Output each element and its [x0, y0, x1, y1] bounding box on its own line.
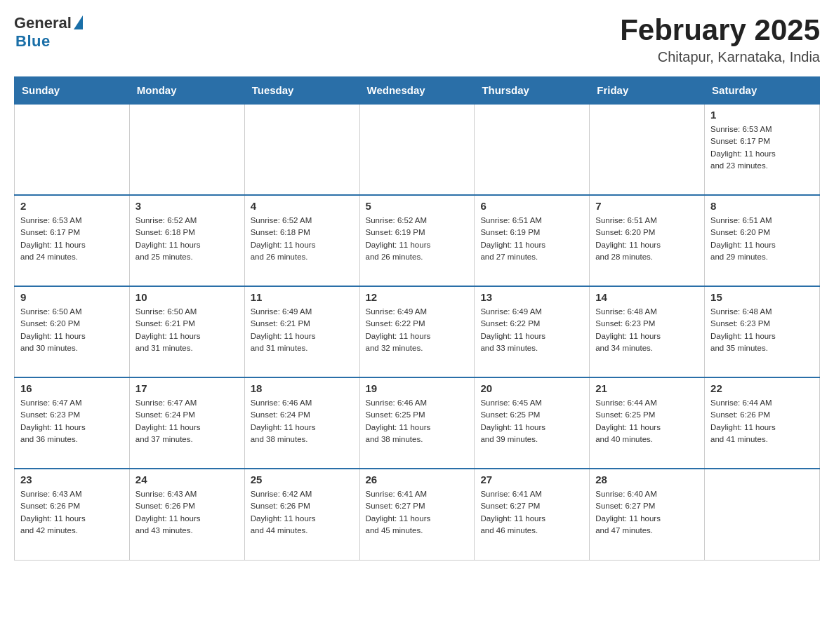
day-number: 13	[480, 291, 583, 303]
day-number: 2	[20, 200, 124, 212]
calendar-cell: 20Sunrise: 6:45 AMSunset: 6:25 PMDayligh…	[475, 377, 590, 469]
calendar-cell: 4Sunrise: 6:52 AMSunset: 6:18 PMDaylight…	[244, 195, 359, 286]
calendar-cell: 24Sunrise: 6:43 AMSunset: 6:26 PMDayligh…	[129, 469, 244, 560]
day-number: 23	[20, 474, 124, 485]
logo-triangle-icon	[74, 15, 83, 29]
calendar-cell: 7Sunrise: 6:51 AMSunset: 6:20 PMDaylight…	[590, 195, 705, 286]
day-number: 6	[480, 200, 583, 212]
calendar-cell	[129, 104, 244, 195]
day-info: Sunrise: 6:49 AMSunset: 6:22 PMDaylight:…	[366, 306, 469, 354]
day-info: Sunrise: 6:40 AMSunset: 6:27 PMDaylight:…	[595, 488, 699, 537]
day-info: Sunrise: 6:50 AMSunset: 6:21 PMDaylight:…	[135, 306, 239, 354]
weekday-header-sunday: Sunday	[15, 77, 130, 105]
calendar-cell: 18Sunrise: 6:46 AMSunset: 6:24 PMDayligh…	[244, 377, 359, 469]
month-year-title: February 2025	[620, 14, 820, 46]
weekday-header-monday: Monday	[129, 77, 244, 105]
calendar-cell	[705, 469, 820, 560]
calendar-cell: 19Sunrise: 6:46 AMSunset: 6:25 PMDayligh…	[359, 377, 475, 469]
day-number: 14	[595, 291, 699, 303]
day-info: Sunrise: 6:52 AMSunset: 6:18 PMDaylight:…	[251, 215, 354, 263]
day-info: Sunrise: 6:48 AMSunset: 6:23 PMDaylight:…	[710, 306, 814, 354]
calendar-cell: 2Sunrise: 6:53 AMSunset: 6:17 PMDaylight…	[15, 195, 130, 286]
day-info: Sunrise: 6:49 AMSunset: 6:21 PMDaylight:…	[251, 306, 354, 354]
week-row-2: 2Sunrise: 6:53 AMSunset: 6:17 PMDaylight…	[15, 195, 820, 286]
day-number: 19	[366, 382, 469, 394]
calendar-cell: 22Sunrise: 6:44 AMSunset: 6:26 PMDayligh…	[705, 377, 820, 469]
weekday-header-tuesday: Tuesday	[244, 77, 359, 105]
calendar-cell	[15, 104, 130, 195]
day-number: 1	[710, 109, 814, 121]
day-number: 5	[366, 200, 469, 212]
calendar-cell: 25Sunrise: 6:42 AMSunset: 6:26 PMDayligh…	[244, 469, 359, 560]
day-number: 25	[251, 474, 354, 485]
calendar-cell: 11Sunrise: 6:49 AMSunset: 6:21 PMDayligh…	[244, 286, 359, 377]
week-row-3: 9Sunrise: 6:50 AMSunset: 6:20 PMDaylight…	[15, 286, 820, 377]
calendar-cell: 28Sunrise: 6:40 AMSunset: 6:27 PMDayligh…	[590, 469, 705, 560]
calendar-cell: 26Sunrise: 6:41 AMSunset: 6:27 PMDayligh…	[359, 469, 475, 560]
calendar-cell: 1Sunrise: 6:53 AMSunset: 6:17 PMDaylight…	[705, 104, 820, 195]
weekday-header-row: SundayMondayTuesdayWednesdayThursdayFrid…	[15, 77, 820, 105]
weekday-header-friday: Friday	[590, 77, 705, 105]
week-row-4: 16Sunrise: 6:47 AMSunset: 6:23 PMDayligh…	[15, 377, 820, 469]
day-info: Sunrise: 6:51 AMSunset: 6:20 PMDaylight:…	[710, 215, 814, 263]
logo-text-general: General	[14, 14, 72, 32]
day-info: Sunrise: 6:43 AMSunset: 6:26 PMDaylight:…	[135, 488, 239, 537]
day-number: 3	[135, 200, 239, 212]
day-info: Sunrise: 6:49 AMSunset: 6:22 PMDaylight:…	[480, 306, 583, 354]
day-info: Sunrise: 6:46 AMSunset: 6:25 PMDaylight:…	[366, 397, 469, 445]
logo: General Blue	[14, 14, 83, 51]
day-info: Sunrise: 6:48 AMSunset: 6:23 PMDaylight:…	[595, 306, 699, 354]
day-info: Sunrise: 6:42 AMSunset: 6:26 PMDaylight:…	[251, 488, 354, 537]
calendar-cell: 14Sunrise: 6:48 AMSunset: 6:23 PMDayligh…	[590, 286, 705, 377]
day-number: 12	[366, 291, 469, 303]
day-number: 26	[366, 474, 469, 485]
day-number: 22	[710, 382, 814, 394]
calendar-cell: 21Sunrise: 6:44 AMSunset: 6:25 PMDayligh…	[590, 377, 705, 469]
calendar-cell	[244, 104, 359, 195]
day-number: 11	[251, 291, 354, 303]
weekday-header-thursday: Thursday	[475, 77, 590, 105]
location-subtitle: Chitapur, Karnataka, India	[620, 49, 820, 65]
calendar-cell	[590, 104, 705, 195]
calendar-cell: 12Sunrise: 6:49 AMSunset: 6:22 PMDayligh…	[359, 286, 475, 377]
day-info: Sunrise: 6:53 AMSunset: 6:17 PMDaylight:…	[20, 215, 124, 263]
day-number: 28	[595, 474, 699, 485]
calendar-cell: 10Sunrise: 6:50 AMSunset: 6:21 PMDayligh…	[129, 286, 244, 377]
day-number: 10	[135, 291, 239, 303]
day-info: Sunrise: 6:51 AMSunset: 6:19 PMDaylight:…	[480, 215, 583, 263]
calendar-cell	[359, 104, 475, 195]
day-number: 18	[251, 382, 354, 394]
page-header: General Blue February 2025 Chitapur, Kar…	[14, 14, 820, 65]
day-info: Sunrise: 6:44 AMSunset: 6:26 PMDaylight:…	[710, 397, 814, 445]
calendar-cell: 15Sunrise: 6:48 AMSunset: 6:23 PMDayligh…	[705, 286, 820, 377]
calendar-cell	[475, 104, 590, 195]
day-number: 9	[20, 291, 124, 303]
day-number: 21	[595, 382, 699, 394]
calendar-table: SundayMondayTuesdayWednesdayThursdayFrid…	[14, 76, 820, 561]
day-number: 16	[20, 382, 124, 394]
title-area: February 2025 Chitapur, Karnataka, India	[620, 14, 820, 65]
calendar-cell: 3Sunrise: 6:52 AMSunset: 6:18 PMDaylight…	[129, 195, 244, 286]
day-number: 20	[480, 382, 583, 394]
calendar-cell: 27Sunrise: 6:41 AMSunset: 6:27 PMDayligh…	[475, 469, 590, 560]
day-info: Sunrise: 6:41 AMSunset: 6:27 PMDaylight:…	[480, 488, 583, 537]
day-info: Sunrise: 6:44 AMSunset: 6:25 PMDaylight:…	[595, 397, 699, 445]
calendar-cell: 5Sunrise: 6:52 AMSunset: 6:19 PMDaylight…	[359, 195, 475, 286]
day-number: 27	[480, 474, 583, 485]
weekday-header-saturday: Saturday	[705, 77, 820, 105]
day-number: 24	[135, 474, 239, 485]
day-number: 7	[595, 200, 699, 212]
calendar-cell: 9Sunrise: 6:50 AMSunset: 6:20 PMDaylight…	[15, 286, 130, 377]
day-info: Sunrise: 6:46 AMSunset: 6:24 PMDaylight:…	[251, 397, 354, 445]
calendar-cell: 13Sunrise: 6:49 AMSunset: 6:22 PMDayligh…	[475, 286, 590, 377]
day-info: Sunrise: 6:51 AMSunset: 6:20 PMDaylight:…	[595, 215, 699, 263]
week-row-1: 1Sunrise: 6:53 AMSunset: 6:17 PMDaylight…	[15, 104, 820, 195]
calendar-cell: 23Sunrise: 6:43 AMSunset: 6:26 PMDayligh…	[15, 469, 130, 560]
week-row-5: 23Sunrise: 6:43 AMSunset: 6:26 PMDayligh…	[15, 469, 820, 560]
logo-text-blue: Blue	[15, 32, 51, 51]
calendar-cell: 8Sunrise: 6:51 AMSunset: 6:20 PMDaylight…	[705, 195, 820, 286]
day-info: Sunrise: 6:50 AMSunset: 6:20 PMDaylight:…	[20, 306, 124, 354]
day-info: Sunrise: 6:47 AMSunset: 6:23 PMDaylight:…	[20, 397, 124, 445]
day-number: 8	[710, 200, 814, 212]
day-info: Sunrise: 6:47 AMSunset: 6:24 PMDaylight:…	[135, 397, 239, 445]
